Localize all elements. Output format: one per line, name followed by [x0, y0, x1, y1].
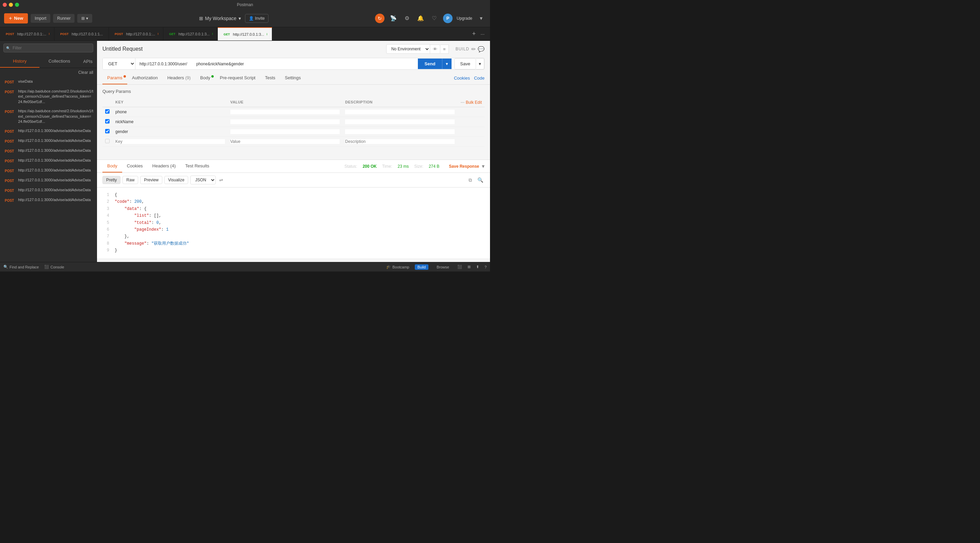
edit-icon-button[interactable]: ✏ [471, 46, 476, 52]
help-button[interactable]: ? [485, 264, 487, 270]
sidebar-tab-history[interactable]: History [0, 55, 40, 68]
search-input[interactable] [3, 44, 93, 52]
copy-response-button[interactable]: ⧉ [467, 176, 473, 184]
new-tab-button[interactable]: + [472, 30, 476, 37]
list-item[interactable]: POST http://127.0.0.1:3000/advise/addAdv… [0, 186, 97, 195]
resp-tab-body[interactable]: Body [102, 160, 122, 173]
workspace-button[interactable]: ⊞ My Workspace ▾ [199, 16, 241, 21]
more-options-button[interactable]: ··· [460, 99, 465, 105]
browse-tab-button[interactable]: Browse [434, 264, 452, 270]
import-button[interactable]: Import [30, 14, 50, 23]
invite-button[interactable]: 👤 Invite [245, 14, 269, 23]
build-tab-button[interactable]: Build [415, 264, 428, 270]
tab-params[interactable]: Params [102, 72, 127, 84]
console-button[interactable]: ⬛ Console [44, 265, 64, 269]
environment-select[interactable]: No Environment [386, 44, 430, 54]
tab-1[interactable]: POST http://127.0.0.1:1... [54, 27, 109, 41]
send-button[interactable]: Send [418, 59, 442, 69]
param-value-0[interactable] [228, 107, 343, 117]
new-value-cell[interactable] [228, 137, 343, 147]
tab-0[interactable]: POST http://127.0.0.1:... [0, 27, 54, 41]
find-replace-button[interactable]: 🔍 Find and Replace [3, 265, 39, 269]
tab-tests[interactable]: Tests [260, 72, 280, 84]
upgrade-button[interactable]: Upgrade [457, 16, 472, 21]
search-response-button[interactable]: 🔍 [476, 176, 485, 184]
param-desc-2[interactable] [342, 127, 457, 137]
tab-3[interactable]: GET http://127.0.0.1:3... [163, 27, 218, 41]
comment-icon-button[interactable]: 💬 [478, 46, 485, 52]
bootcamp-button[interactable]: 🎓 Bootcamp [386, 264, 409, 270]
sync-button[interactable]: ↻ [375, 14, 385, 23]
avatar[interactable]: P [443, 14, 453, 23]
list-item[interactable]: POST http://127.0.0.1:3000/advise/addAdv… [0, 156, 97, 166]
list-item[interactable]: POST http://127.0.0.1:3000/advise/addAdv… [0, 176, 97, 186]
param-desc-0[interactable] [342, 107, 457, 117]
save-arrow-button[interactable]: ▾ [476, 58, 484, 70]
clear-all-button[interactable]: Clear all [78, 70, 93, 75]
resp-tab-cookies[interactable]: Cookies [122, 160, 148, 173]
save-response-button[interactable]: Save Response [449, 163, 479, 170]
new-key-cell[interactable] [113, 137, 228, 147]
param-checkbox-new[interactable] [105, 139, 110, 143]
list-item[interactable]: POST https://aip.baidubce.com/rest/2.0/s… [0, 106, 97, 126]
resp-tab-test-results[interactable]: Test Results [180, 160, 214, 173]
bell-button[interactable]: 🔔 [416, 14, 425, 23]
env-settings-button[interactable]: ≡ [440, 44, 449, 54]
param-checkbox-2[interactable] [105, 129, 110, 133]
resp-tab-headers[interactable]: Headers (4) [148, 160, 181, 173]
list-item[interactable]: POST http://127.0.0.1:3000/advise/addAdv… [0, 136, 97, 146]
format-type-select[interactable]: JSON XML HTML Text [190, 176, 216, 184]
layout-button[interactable]: ⊞ ▾ [77, 14, 92, 23]
tab-4[interactable]: GET http://127.0.0.1:3... [218, 27, 272, 41]
format-preview-button[interactable]: Preview [140, 176, 162, 184]
code-link[interactable]: Code [474, 76, 485, 81]
upgrade-chevron[interactable]: ▾ [476, 14, 486, 23]
layout-icon-button[interactable]: ⬛ [457, 264, 462, 270]
list-item[interactable]: POST http://127.0.0.1:3000/advise/addAdv… [0, 126, 97, 136]
new-button[interactable]: New [4, 13, 28, 24]
cookies-link[interactable]: Cookies [454, 76, 470, 81]
sidebar-tab-collections[interactable]: Collections [40, 55, 79, 68]
runner-button[interactable]: Runner [53, 14, 75, 23]
resp-format-icon-button[interactable]: ⇌ [218, 176, 224, 184]
list-item[interactable]: POST http://127.0.0.1:3000/advise/addAdv… [0, 166, 97, 176]
param-value-1[interactable] [228, 117, 343, 127]
param-checkbox-0[interactable] [105, 109, 110, 114]
size-value: 274 B [429, 164, 439, 169]
minimize-dot[interactable] [9, 3, 13, 7]
tab-headers[interactable]: Headers (9) [163, 72, 196, 84]
list-item[interactable]: POST http://127.0.0.1:3000/advise/addAdv… [0, 195, 97, 205]
new-desc-cell[interactable] [342, 137, 457, 147]
heart-button[interactable]: ♡ [430, 14, 439, 23]
satellite-button[interactable]: 📡 [388, 14, 398, 23]
list-item[interactable]: POST viseData [0, 77, 97, 87]
tab-body[interactable]: Body [195, 72, 215, 84]
format-raw-button[interactable]: Raw [123, 176, 138, 184]
method-select[interactable]: GET POST PUT DELETE PATCH [103, 58, 135, 70]
param-checkbox-1[interactable] [105, 119, 110, 124]
param-value-2[interactable] [228, 127, 343, 137]
bulk-edit-button[interactable]: Bulk Edit [466, 100, 482, 105]
tab-2[interactable]: POST http://127.0.0.1:... [109, 27, 163, 41]
save-resp-arrow[interactable]: ▾ [482, 163, 485, 170]
env-eye-button[interactable]: 👁 [430, 44, 440, 54]
settings-button[interactable]: ⚙ [402, 14, 412, 23]
list-item[interactable]: POST https://aip.baidubce.com/rest/2.0/s… [0, 87, 97, 106]
more-tabs-button[interactable]: ··· [478, 29, 487, 39]
tab-settings[interactable]: Settings [280, 72, 305, 84]
url-input[interactable] [135, 59, 418, 69]
upload-icon-button[interactable]: ⬆ [476, 264, 479, 270]
format-visualize-button[interactable]: Visualize [164, 176, 188, 184]
param-desc-1[interactable] [342, 117, 457, 127]
format-pretty-button[interactable]: Pretty [102, 176, 121, 184]
tab-authorization[interactable]: Authorization [127, 72, 163, 84]
grid-icon-button[interactable]: ⊞ [468, 264, 471, 270]
send-arrow-button[interactable]: ▾ [442, 59, 452, 69]
list-item[interactable]: POST http://127.0.0.1:3000/advise/addAdv… [0, 146, 97, 156]
sidebar-tab-apis[interactable]: APIs [79, 56, 97, 67]
maximize-dot[interactable] [15, 3, 19, 7]
tab-pre-request[interactable]: Pre-request Script [215, 72, 260, 84]
sidebar-method-badge: POST [3, 178, 15, 183]
close-dot[interactable] [3, 3, 7, 7]
save-button[interactable]: Save [454, 58, 476, 70]
